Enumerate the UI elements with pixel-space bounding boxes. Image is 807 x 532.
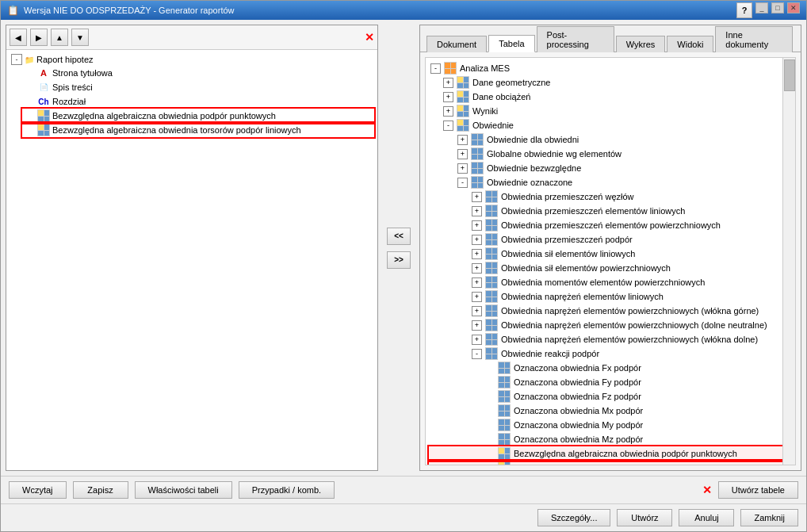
expand-sil-lin[interactable]: + bbox=[472, 249, 482, 259]
list-item-bezw-lin[interactable]: Bezwzględna algebraiczna obwiednia torso… bbox=[22, 123, 374, 137]
maximize-button[interactable]: □ bbox=[771, 2, 784, 13]
tree-node-bezw-lin[interactable]: Bezwzględna algebraiczna obwiednia torso… bbox=[429, 461, 792, 465]
tab-inne-dokumenty[interactable]: Inne dokumenty bbox=[715, 26, 793, 52]
tree-node-nap-pow-d[interactable]: + Obwiednia naprężeń elementów powierzch… bbox=[429, 332, 792, 346]
list-item[interactable]: 📄 Spis treści bbox=[22, 80, 374, 94]
scrollbar-thumb[interactable] bbox=[784, 59, 795, 91]
grid-icon bbox=[457, 119, 469, 132]
up-button[interactable]: ▲ bbox=[51, 29, 68, 46]
expand-wyniki[interactable]: + bbox=[443, 106, 453, 117]
list-item[interactable]: A Strona tytułowa bbox=[22, 66, 374, 80]
node-label: Bezwzględna algebraiczna obwiednia podpó… bbox=[514, 449, 737, 458]
tree-node-dane-geo[interactable]: + Dane geometryczne bbox=[429, 75, 792, 90]
tree-node-nap-pow-n[interactable]: + Obwiednia naprężeń elementów powierzch… bbox=[429, 318, 792, 332]
expand-obw-dla[interactable]: + bbox=[457, 135, 468, 145]
zapisz-button[interactable]: Zapisz bbox=[73, 481, 128, 499]
grid-icon bbox=[498, 362, 511, 374]
node-label: Oznaczona obwiednia Mz podpór bbox=[514, 434, 643, 444]
node-label: Oznaczona obwiednia Fz podpór bbox=[514, 392, 641, 401]
move-right-button[interactable]: >> bbox=[387, 251, 411, 269]
expand-nap-pow-d[interactable]: + bbox=[472, 335, 482, 345]
down-button[interactable]: ▼ bbox=[71, 29, 89, 46]
tree-node-obw-rea[interactable]: - Obwiednie reakcji podpór bbox=[429, 346, 792, 361]
expand-nap-pow-n[interactable]: + bbox=[472, 320, 482, 331]
tree-node-ozn-mx[interactable]: Oznaczona obwiednia Mx podpór bbox=[429, 404, 792, 418]
list-item[interactable]: Ch Rozdział bbox=[22, 94, 374, 109]
tab-dokument[interactable]: Dokument bbox=[426, 36, 487, 52]
expand-obw-ozn[interactable]: - bbox=[457, 178, 468, 188]
panel-close-button[interactable]: ✕ bbox=[365, 31, 374, 44]
wlasciwosci-button[interactable]: Właściwości tabeli bbox=[135, 481, 232, 499]
tree-node-obwiednie[interactable]: - Obwiednie bbox=[429, 118, 792, 132]
tree-node-bezw-punk[interactable]: Bezwzględna algebraiczna obwiednia podpó… bbox=[429, 446, 792, 461]
tree-node-nap-pow-g[interactable]: + Obwiednia naprężeń elementów powierzch… bbox=[429, 304, 792, 318]
tree-node-prz-wez[interactable]: + Obwiednia przemieszczeń węzłów bbox=[429, 189, 792, 204]
zamknij-button[interactable]: Zamknij bbox=[740, 509, 798, 526]
expand-glob[interactable]: + bbox=[457, 149, 468, 159]
tab-post-processing[interactable]: Post-processing bbox=[537, 26, 614, 52]
tree-node-ozn-fx[interactable]: Oznaczona obwiednia Fx podpór bbox=[429, 361, 792, 375]
item-label: Spis treści bbox=[52, 82, 93, 92]
tab-widoki[interactable]: Widoki bbox=[667, 36, 713, 52]
list-item-bezw-punk[interactable]: Bezwzględna algebraiczna obwiednia podpó… bbox=[22, 109, 374, 123]
tree-node-nap-lin[interactable]: + Obwiednia naprężeń elementów liniowych bbox=[429, 289, 792, 304]
grid-icon bbox=[485, 219, 498, 232]
back-button[interactable]: ◀ bbox=[10, 29, 27, 46]
expand-analiza[interactable]: - bbox=[430, 63, 441, 74]
expand-root[interactable]: - bbox=[11, 54, 22, 65]
middle-arrows: << >> bbox=[383, 25, 415, 471]
scrollbar-v[interactable] bbox=[782, 58, 795, 465]
tab-tabela[interactable]: Tabela bbox=[488, 35, 534, 52]
node-label: Obwiednie bezwzględne bbox=[487, 163, 581, 173]
tree-node-ozn-mz[interactable]: Oznaczona obwiednia Mz podpór bbox=[429, 432, 792, 446]
forward-button[interactable]: ▶ bbox=[30, 29, 48, 46]
expand-sil-pow[interactable]: + bbox=[472, 263, 482, 274]
tree-node-obw-bezw[interactable]: + Obwiednie bezwzględne bbox=[429, 161, 792, 175]
expand-obw-rea[interactable]: - bbox=[472, 349, 482, 359]
przypadki-button[interactable]: Przypadki / komb. bbox=[239, 481, 335, 499]
minimize-button[interactable]: _ bbox=[755, 2, 768, 13]
tree-node-mom-pow[interactable]: + Obwiednia momentów elementów powierzch… bbox=[429, 275, 792, 289]
utworz-tabele-button[interactable]: Utwórz tabele bbox=[718, 481, 798, 499]
tree-node-glob[interactable]: + Globalne obwiednie wg elementów bbox=[429, 147, 792, 161]
anuluj-button[interactable]: Anuluj bbox=[679, 509, 734, 526]
expand-mom-pow[interactable]: + bbox=[472, 277, 482, 288]
expand-obw-bezw[interactable]: + bbox=[457, 163, 468, 174]
expand-prz-wez[interactable]: + bbox=[472, 192, 482, 202]
expand-dane-geo[interactable]: + bbox=[443, 78, 453, 88]
expand-prz-pod[interactable]: + bbox=[472, 235, 482, 245]
grid-icon bbox=[485, 247, 498, 260]
expand-prz-lin[interactable]: + bbox=[472, 206, 482, 216]
table-icon bbox=[37, 109, 50, 122]
tree-node-ozn-fz[interactable]: Oznaczona obwiednia Fz podpór bbox=[429, 389, 792, 404]
tree-node-sil-lin[interactable]: + Obwiednia sił elementów liniowych bbox=[429, 247, 792, 261]
wczytaj-button[interactable]: Wczytaj bbox=[9, 481, 67, 499]
node-label: Globalne obwiednie wg elementów bbox=[487, 149, 622, 159]
tree-node-ozn-fy[interactable]: Oznaczona obwiednia Fy podpór bbox=[429, 375, 792, 389]
expand-dane-obc[interactable]: + bbox=[443, 92, 453, 102]
close-button[interactable]: ✕ bbox=[787, 2, 800, 13]
node-label: Obwiednie bbox=[472, 121, 514, 130]
tree-root[interactable]: - 📁 Raport hipotez bbox=[10, 53, 374, 66]
utworz-button[interactable]: Utwórz bbox=[617, 509, 672, 526]
tab-wykres[interactable]: Wykres bbox=[616, 36, 666, 52]
tree-node-prz-lin[interactable]: + Obwiednia przemieszczeń elementów lini… bbox=[429, 204, 792, 218]
expand-prz-pow[interactable]: + bbox=[472, 220, 482, 231]
tree-node-analiza[interactable]: - Analiza MES bbox=[429, 61, 792, 75]
szczegoly-button[interactable]: Szczegóły... bbox=[537, 509, 611, 526]
tree-node-wyniki[interactable]: + Wyniki bbox=[429, 104, 792, 118]
grid-icon bbox=[498, 433, 511, 446]
tree-node-sil-pow[interactable]: + Obwiednia sił elementów powierzchniowy… bbox=[429, 261, 792, 275]
expand-nap-lin[interactable]: + bbox=[472, 292, 482, 302]
tree-node-obw-dla[interactable]: + Obwiednie dla obwiedni bbox=[429, 132, 792, 147]
move-left-button[interactable]: << bbox=[387, 228, 411, 245]
tree-node-prz-pod[interactable]: + Obwiednia przemieszczeń podpór bbox=[429, 232, 792, 247]
tree-node-dane-obc[interactable]: + Dane obciążeń bbox=[429, 90, 792, 104]
help-button[interactable]: ? bbox=[736, 2, 752, 18]
tree-node-obw-ozn[interactable]: - Obwiednie oznaczone bbox=[429, 175, 792, 189]
expand-obwiednie[interactable]: - bbox=[443, 121, 453, 131]
right-tree-container[interactable]: - Analiza MES + Da bbox=[425, 57, 796, 465]
tree-node-prz-pow[interactable]: + Obwiednia przemieszczeń elementów powi… bbox=[429, 218, 792, 232]
tree-node-ozn-my[interactable]: Oznaczona obwiednia My podpór bbox=[429, 418, 792, 432]
expand-nap-pow-g[interactable]: + bbox=[472, 306, 482, 316]
